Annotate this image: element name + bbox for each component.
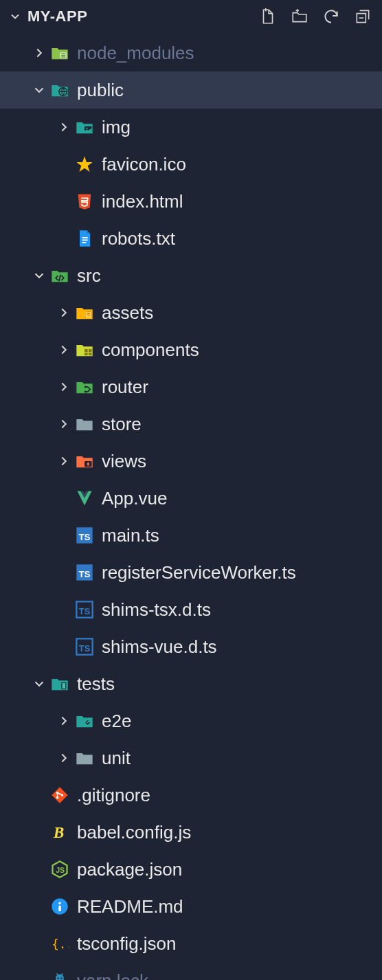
- tree-item-unit[interactable]: unit: [0, 739, 382, 777]
- tree-item-shims-tsx-d-ts[interactable]: TSshims-tsx.d.ts: [0, 591, 382, 628]
- folder-tests-icon: [49, 673, 70, 694]
- svg-point-35: [60, 977, 62, 979]
- tree-item-label: yarn.lock: [77, 970, 148, 981]
- tree-item-robots-txt[interactable]: robots.txt: [0, 220, 382, 257]
- header-actions: [258, 7, 375, 26]
- svg-text:TS: TS: [79, 532, 91, 542]
- tree-item-tests[interactable]: tests: [0, 665, 382, 702]
- tree-item-yarn-lock[interactable]: yarn.lock: [0, 962, 382, 980]
- chevron-down-icon[interactable]: [29, 80, 49, 100]
- tree-item-label: tests: [77, 673, 115, 695]
- svg-rect-32: [58, 906, 61, 911]
- svg-text:TS: TS: [79, 569, 91, 579]
- new-file-icon[interactable]: [258, 7, 278, 26]
- chevron-right-icon[interactable]: [54, 414, 74, 434]
- chevron-right-icon[interactable]: [54, 748, 74, 768]
- tree-item-components[interactable]: components: [0, 331, 382, 368]
- chevron-down-icon[interactable]: [29, 265, 49, 286]
- tree-item-package-json[interactable]: JSpackage.json: [0, 851, 382, 888]
- svg-text:TS: TS: [79, 643, 91, 654]
- tree-item-label: unit: [102, 748, 131, 769]
- tree-item-label: .gitignore: [77, 785, 150, 806]
- tree-item-tsconfig-json[interactable]: {..}tsconfig.json: [0, 925, 382, 962]
- tree-item-main-ts[interactable]: TSmain.ts: [0, 517, 382, 554]
- tree-item-router[interactable]: router: [0, 368, 382, 405]
- tree-item-babel-config-js[interactable]: Bbabel.config.js: [0, 814, 382, 851]
- tree-item-public[interactable]: public: [0, 71, 382, 109]
- header-left[interactable]: MY-APP: [7, 8, 258, 25]
- tree-item-registerserviceworker-ts[interactable]: TSregisterServiceWorker.ts: [0, 554, 382, 591]
- tree-item-label: components: [102, 339, 199, 361]
- tree-item-app-vue[interactable]: App.vue: [0, 480, 382, 517]
- svg-point-11: [85, 386, 87, 388]
- chevron-right-icon[interactable]: [54, 339, 74, 360]
- explorer-header: MY-APP: [0, 0, 382, 30]
- tree-item-node-modules[interactable]: node_modules: [0, 34, 382, 71]
- tree-item-label: package.json: [77, 859, 182, 880]
- tree-item-label: node_modules: [77, 43, 194, 64]
- dts-icon: TS: [74, 636, 95, 657]
- tree-item-label: store: [102, 414, 142, 435]
- ts-icon: TS: [74, 562, 95, 583]
- refresh-icon[interactable]: [322, 7, 341, 26]
- chevron-right-icon[interactable]: [54, 377, 74, 397]
- tree-item-img[interactable]: img: [0, 109, 382, 146]
- tree-item-label: public: [77, 80, 124, 101]
- svg-point-14: [87, 465, 89, 466]
- chevron-down-icon[interactable]: [29, 673, 49, 694]
- svg-point-34: [58, 977, 59, 979]
- svg-text:JS: JS: [56, 866, 65, 874]
- tree-item--gitignore[interactable]: .gitignore: [0, 777, 382, 814]
- txt-icon: [74, 228, 95, 249]
- tree-item-src[interactable]: src: [0, 257, 382, 294]
- tree-item-readme-md[interactable]: README.md: [0, 888, 382, 925]
- svg-point-4: [86, 128, 87, 129]
- tree-item-assets[interactable]: assets: [0, 294, 382, 331]
- tree-item-e2e[interactable]: e2e: [0, 702, 382, 739]
- tsconfig-icon: {..}: [49, 933, 70, 954]
- folder-public-icon: [49, 80, 70, 100]
- tree-item-label: robots.txt: [102, 228, 175, 249]
- folder-icon: [74, 748, 95, 768]
- svg-point-12: [85, 391, 87, 393]
- ts-icon: TS: [74, 525, 95, 546]
- chevron-right-icon[interactable]: [54, 711, 74, 731]
- tree-item-index-html[interactable]: index.html: [0, 183, 382, 220]
- tree-item-label: src: [77, 265, 101, 287]
- chevron-right-icon[interactable]: [54, 117, 74, 137]
- tree-item-favicon-ico[interactable]: favicon.ico: [0, 146, 382, 183]
- chevron-right-icon[interactable]: [54, 302, 74, 323]
- folder-icon: [74, 414, 95, 434]
- file-tree: node_modulespublicimgfavicon.icoindex.ht…: [0, 30, 382, 980]
- svg-text:{..}: {..}: [52, 937, 69, 951]
- svg-text:B: B: [53, 823, 65, 841]
- tree-item-label: img: [102, 117, 131, 138]
- html-icon: [74, 191, 95, 212]
- folder-src-icon: [49, 265, 70, 286]
- svg-rect-8: [89, 349, 92, 353]
- collapse-all-icon[interactable]: [353, 7, 372, 26]
- svg-rect-7: [85, 349, 88, 353]
- tree-item-store[interactable]: store: [0, 405, 382, 443]
- tree-item-label: views: [102, 451, 146, 472]
- readme-icon: [49, 896, 70, 917]
- tree-item-label: App.vue: [102, 488, 167, 509]
- babel-icon: B: [49, 822, 70, 843]
- tree-item-label: babel.config.js: [77, 822, 191, 843]
- tree-item-label: index.html: [102, 191, 183, 212]
- svg-rect-24: [63, 683, 66, 689]
- tree-item-label: README.md: [77, 896, 183, 917]
- folder-components-icon: [74, 339, 95, 360]
- chevron-right-icon[interactable]: [29, 43, 49, 63]
- chevron-right-icon[interactable]: [54, 451, 74, 471]
- tree-item-label: shims-tsx.d.ts: [102, 599, 211, 621]
- chevron-down-icon: [7, 8, 23, 25]
- svg-rect-9: [85, 353, 88, 356]
- tree-item-label: e2e: [102, 711, 131, 732]
- tree-item-views[interactable]: views: [0, 443, 382, 480]
- tree-item-label: favicon.ico: [102, 154, 186, 175]
- tree-item-label: shims-vue.d.ts: [102, 636, 217, 658]
- tree-item-shims-vue-d-ts[interactable]: TSshims-vue.d.ts: [0, 628, 382, 665]
- new-folder-icon[interactable]: [290, 7, 309, 26]
- favicon-icon: [74, 154, 95, 175]
